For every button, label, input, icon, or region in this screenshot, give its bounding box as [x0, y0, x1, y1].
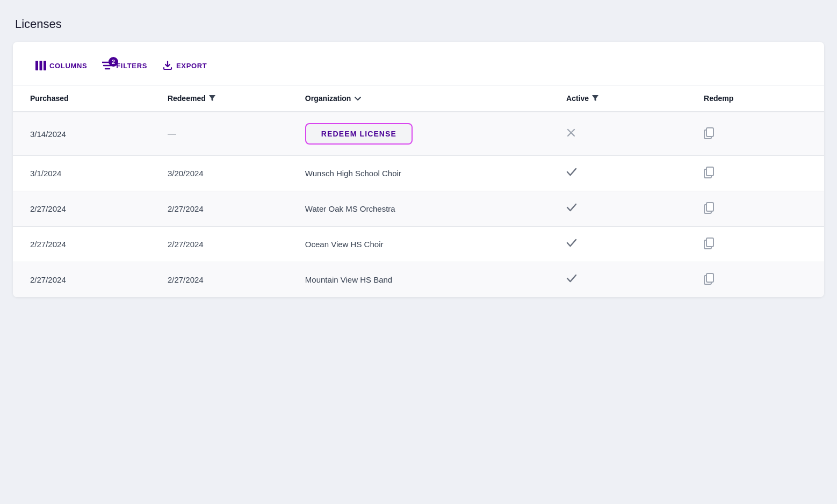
cell-redemp: [687, 191, 824, 227]
export-label: EXPORT: [176, 62, 207, 70]
cell-active: [549, 191, 687, 227]
col-header-active[interactable]: Active: [549, 85, 687, 112]
cell-purchased: 3/1/2024: [13, 156, 150, 191]
toolbar: COLUMNS 2 FILTERS: [13, 42, 824, 85]
cell-redemp: [687, 227, 824, 262]
redeem-license-button[interactable]: REDEEM LICENSE: [305, 123, 413, 145]
cell-purchased: 2/27/2024: [13, 227, 150, 262]
cell-redeemed: 2/27/2024: [150, 227, 288, 262]
export-icon: [162, 60, 173, 71]
active-x-icon: [566, 129, 576, 140]
cell-active: [549, 112, 687, 156]
cell-organization: REDEEM LICENSE: [288, 112, 549, 156]
export-button[interactable]: EXPORT: [157, 57, 212, 74]
cell-redemp: [687, 262, 824, 298]
col-header-redemp: Redemp: [687, 85, 824, 112]
organization-sort-icon: [354, 95, 362, 102]
table-row: 2/27/2024 2/27/2024 Ocean View HS Choir: [13, 227, 824, 262]
columns-button[interactable]: COLUMNS: [30, 57, 92, 74]
svg-rect-9: [706, 128, 713, 136]
active-check-icon: [566, 203, 577, 214]
svg-rect-2: [44, 61, 46, 70]
filters-icon-wrapper: 2: [102, 61, 113, 70]
copy-icon: [704, 202, 715, 214]
active-check-icon: [566, 274, 577, 285]
table-row: 3/14/2024 — REDEEM LICENSE: [13, 112, 824, 156]
copy-icon: [704, 127, 715, 139]
redeemed-dash: —: [168, 129, 176, 138]
columns-label: COLUMNS: [49, 62, 87, 70]
cell-redemp: [687, 112, 824, 156]
licenses-table: Purchased Redeemed: [13, 85, 824, 297]
svg-rect-0: [35, 61, 38, 70]
active-check-icon: [566, 168, 577, 178]
cell-redeemed: 2/27/2024: [150, 191, 288, 227]
active-filter-icon: [592, 95, 598, 102]
table-row: 2/27/2024 2/27/2024 Water Oak MS Orchest…: [13, 191, 824, 227]
cell-organization: Water Oak MS Orchestra: [288, 191, 549, 227]
table-header-row: Purchased Redeemed: [13, 85, 824, 112]
cell-organization: Wunsch High School Choir: [288, 156, 549, 191]
col-header-redeemed[interactable]: Redeemed: [150, 85, 288, 112]
licenses-card: COLUMNS 2 FILTERS: [13, 42, 824, 297]
filters-button[interactable]: 2 FILTERS: [97, 58, 153, 73]
filters-label: FILTERS: [116, 62, 147, 70]
table-row: 3/1/2024 3/20/2024 Wunsch High School Ch…: [13, 156, 824, 191]
copy-icon: [704, 237, 715, 249]
cell-purchased: 3/14/2024: [13, 112, 150, 156]
cell-redeemed: 2/27/2024: [150, 262, 288, 298]
col-header-organization[interactable]: Organization: [288, 85, 549, 112]
svg-rect-13: [706, 203, 713, 211]
svg-rect-1: [40, 61, 42, 70]
cell-redemp: [687, 156, 824, 191]
active-check-icon: [566, 239, 577, 249]
copy-icon: [704, 167, 715, 178]
cell-active: [549, 262, 687, 298]
columns-icon: [35, 61, 46, 70]
cell-purchased: 2/27/2024: [13, 191, 150, 227]
cell-organization: Ocean View HS Choir: [288, 227, 549, 262]
cell-redeemed: 3/20/2024: [150, 156, 288, 191]
svg-rect-11: [706, 167, 713, 176]
svg-rect-17: [706, 273, 713, 282]
cell-active: [549, 156, 687, 191]
copy-icon: [704, 273, 715, 285]
cell-organization: Mountain View HS Band: [288, 262, 549, 298]
cell-redeemed: —: [150, 112, 288, 156]
cell-purchased: 2/27/2024: [13, 262, 150, 298]
svg-rect-15: [706, 238, 713, 247]
redeemed-filter-icon: [209, 95, 215, 102]
col-header-purchased: Purchased: [13, 85, 150, 112]
page-title: Licenses: [13, 17, 824, 31]
table-row: 2/27/2024 2/27/2024 Mountain View HS Ban…: [13, 262, 824, 298]
cell-active: [549, 227, 687, 262]
